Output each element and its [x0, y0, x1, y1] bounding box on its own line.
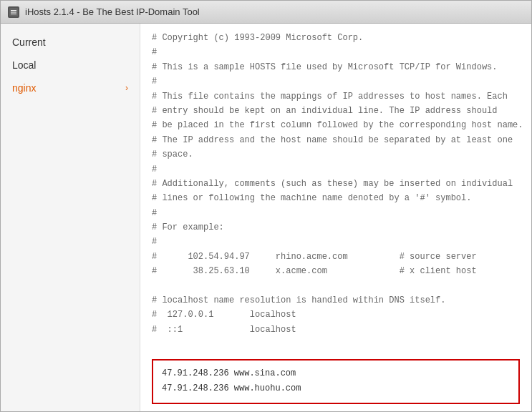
titlebar: iHosts 2.1.4 - Be The Best IP-Domain Too…	[1, 1, 531, 24]
sidebar-item-local[interactable]: Local	[1, 54, 140, 77]
sidebar-item-label: Current	[12, 36, 46, 48]
entry-line-2: 47.91.248.236 www.huohu.com	[162, 381, 510, 397]
hosts-file-content: # Copyright (c) 1993-2009 Microsoft Corp…	[152, 31, 520, 352]
sidebar-item-nginx[interactable]: nginx ›	[1, 77, 140, 99]
app-icon	[8, 6, 19, 18]
sidebar-item-current[interactable]: Current	[1, 31, 140, 54]
sidebar: Current Local nginx ›	[1, 24, 140, 411]
window-title: iHosts 2.1.4 - Be The Best IP-Domain Too…	[25, 6, 200, 17]
sidebar-item-label: nginx	[12, 82, 36, 94]
highlighted-entries-block: 47.91.248.236 www.sina.com 47.91.248.236…	[152, 359, 520, 404]
svg-rect-1	[11, 10, 16, 11]
app-window: iHosts 2.1.4 - Be The Best IP-Domain Too…	[0, 0, 532, 412]
svg-rect-2	[11, 11, 16, 12]
svg-rect-3	[11, 14, 16, 14]
entry-line-1: 47.91.248.236 www.sina.com	[162, 366, 510, 382]
content-area[interactable]: # Copyright (c) 1993-2009 Microsoft Corp…	[140, 24, 531, 411]
sidebar-item-label: Local	[12, 59, 36, 71]
chevron-right-icon: ›	[125, 83, 128, 93]
main-area: Current Local nginx › # Copyright (c) 19…	[1, 24, 531, 411]
